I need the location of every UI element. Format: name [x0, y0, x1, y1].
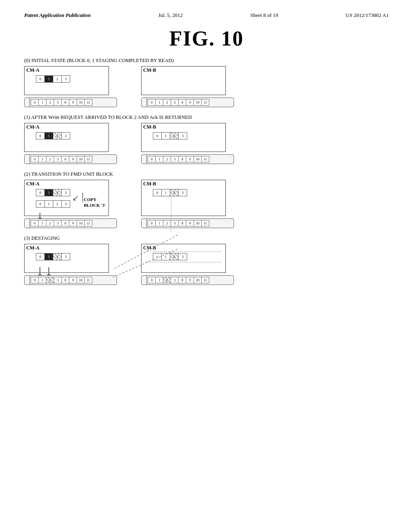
- s1-cma-cache-box: CM-A 0 1 2 3: [24, 123, 109, 152]
- hdd-cell: 3: [171, 220, 179, 227]
- hdd-cell: 10: [194, 99, 202, 106]
- s2-cmb-block-0: 0: [153, 189, 162, 196]
- section-2: (2) TRANSITION TO FMD UNIT BLOCK CM-A 0 …: [24, 171, 389, 230]
- s3-arrow-line-1: [40, 267, 40, 275]
- s2-cma-hdd: 0 1 2 3 8 9 10 11: [24, 218, 117, 228]
- s3-cmb-block-1: 1: [161, 253, 170, 260]
- hdd-cell: 11: [201, 99, 209, 106]
- s2-cmb-block-1: 1: [161, 189, 170, 196]
- hdd-cell: 8: [61, 277, 69, 283]
- s3-cma-block-1: 1: [44, 253, 53, 260]
- s3-cma-cache-box: CM-A 0 1 2 3: [24, 244, 109, 273]
- hdd-cell: 11: [201, 277, 209, 283]
- s0-cma-cache-box: CM-A 0 1 2 3: [24, 66, 109, 95]
- section-3-label: (3) DESTAGING: [24, 235, 389, 241]
- s2-cma-block-2: 2: [53, 189, 62, 196]
- s2-cma-block-0: 0: [36, 189, 45, 196]
- hdd-cell: 10: [77, 220, 85, 227]
- s0-cma-cache-row: 0 1 2 3: [36, 75, 70, 83]
- s3-cma-hdd: 0 1 2 3 8 9 10 11: [24, 275, 117, 285]
- section-0-pair: CM-A 0 1 2 3 0 1 2 3 8 9: [24, 66, 389, 109]
- s2-cma-block-1: 1: [44, 189, 53, 196]
- hdd-cell: 0: [148, 220, 156, 227]
- hdd-cell: 1: [38, 99, 46, 106]
- s0-cma-block-3: 3: [61, 75, 70, 83]
- hdd-cell: 10: [194, 156, 202, 162]
- hdd-cell: 0: [31, 220, 39, 227]
- hdd-cell: 11: [84, 277, 92, 283]
- hdd-cell: 2: [46, 156, 54, 162]
- s3-cma-label: CM-A: [26, 245, 40, 251]
- hdd-cell: 1: [38, 156, 46, 162]
- s0-cmb-hdd: 0 1 2 3 8 9 10 11: [141, 98, 234, 107]
- s3-cmb-block-0: 0: [153, 253, 162, 260]
- hdd-cell: 11: [201, 220, 209, 227]
- s2-cma-copy-block-3: 3: [61, 200, 70, 208]
- hdd-cell: 3: [54, 156, 62, 162]
- section-2-label: (2) TRANSITION TO FMD UNIT BLOCK: [24, 171, 389, 177]
- s2-cma-label: CM-A: [26, 181, 40, 187]
- hdd-cell: 9: [69, 99, 77, 106]
- section-0: (0) INITIAL STATE (BLOCK 0, 1 STAGING CO…: [24, 58, 389, 109]
- hdd-cell: 1: [155, 99, 163, 106]
- hdd-cell: 10: [77, 99, 85, 106]
- s0-cma-block-1: 1: [44, 75, 53, 83]
- s2-cmb-label: CM-B: [143, 181, 156, 187]
- section-1: (1) AFTER Write REQUEST ARRIVED TO BLOCK…: [24, 114, 389, 166]
- hdd-cell: 2: [46, 220, 54, 227]
- hdd-cell: 3: [171, 277, 179, 283]
- s3-cma-block-3: 3: [61, 253, 70, 260]
- figure-title: FIG. 10: [24, 27, 389, 50]
- s2-cma-copy-block-1: 1: [44, 200, 53, 208]
- section-2-pair: CM-A 0 1 2 3 0 1 2 3: [24, 180, 389, 230]
- s3-cma-block-2: 2: [53, 253, 62, 260]
- hdd-cell: 2: [163, 156, 171, 162]
- hdd-cell: 0: [31, 277, 39, 283]
- s3-cmb-dash-bottom: [146, 262, 221, 262]
- hdd-cell: 11: [201, 156, 209, 162]
- s2-cma-cache-row-bottom: 0 1 2 3: [36, 200, 70, 208]
- s3-cmb-cache-box: CM-B 0 1 2 3: [141, 244, 226, 273]
- hdd-cell: 8: [61, 220, 69, 227]
- hdd-cell: 11: [84, 156, 92, 162]
- hdd-cell: 3: [171, 99, 179, 106]
- copy-arrow-icon: ↙: [72, 193, 79, 203]
- s1-cma-label: CM-A: [26, 124, 40, 130]
- s1-cmb-block-3: 3: [178, 132, 187, 139]
- hdd-cell: 3: [54, 99, 62, 106]
- s0-cmb-label: CM-B: [143, 67, 156, 73]
- s3-cmb-cache-row: 0 1 2 3: [153, 253, 187, 260]
- s3-cmb-hdd: 0 1 2 3 8 9 10 11: [141, 275, 234, 285]
- section-3: (3) DESTAGING CM-A 0 1 2 3: [24, 235, 389, 357]
- publication-label: Patent Application Publication: [24, 12, 91, 19]
- hdd-cell: 2: [46, 99, 54, 106]
- hdd-cell: 9: [186, 220, 194, 227]
- s0-cma-block-2: 2: [53, 75, 62, 83]
- patent-number: US 2012/173802 A1: [346, 12, 389, 19]
- s1-cmb-hdd: 0 1 2 3 8 9 10 11: [141, 154, 234, 164]
- hdd-cell: 0: [31, 156, 39, 162]
- hdd-cell: 10: [194, 277, 202, 283]
- s2-cmb-block-2: 2: [170, 189, 179, 196]
- hdd-cell: 1: [155, 277, 163, 283]
- hdd-cell: 10: [77, 156, 85, 162]
- hdd-cell: 2: [163, 220, 171, 227]
- s1-cma-cache-row: 0 1 2 3: [36, 132, 70, 139]
- s3-cmb-block-3: 3: [178, 253, 187, 260]
- hdd-cell: 3: [171, 156, 179, 162]
- hdd-cell: 1: [38, 220, 46, 227]
- hdd-cell: 3: [54, 277, 62, 283]
- s3-arrow-line-2: [48, 267, 49, 275]
- s0-cma-hdd: 0 1 2 3 8 9 10 11: [24, 98, 117, 107]
- s2-cmb-cache-row: 0 1 2 3: [153, 189, 187, 196]
- s3-cmb-dash-top: [146, 251, 221, 252]
- s3-cmb-block-2: 2: [170, 253, 179, 260]
- hdd-cell: 0: [31, 99, 39, 106]
- hdd-cell: 9: [69, 156, 77, 162]
- s2-cma-block-3: 3: [61, 189, 70, 196]
- section-1-pair: CM-A 0 1 2 3 0 1 2 3 8 9: [24, 123, 389, 166]
- s1-cma-block-3: 3: [61, 132, 70, 139]
- hdd-cell: 0: [148, 277, 156, 283]
- hdd-cell: 3: [54, 220, 62, 227]
- hdd-cell-hatched: 2: [163, 277, 171, 283]
